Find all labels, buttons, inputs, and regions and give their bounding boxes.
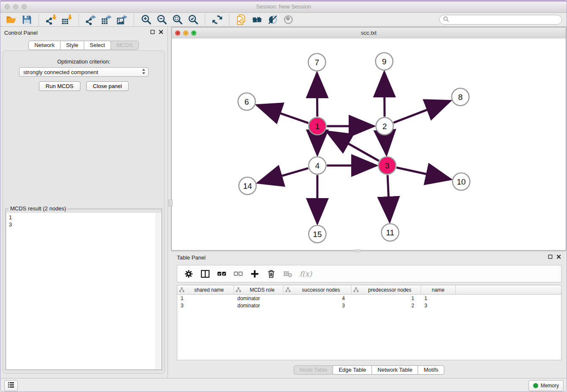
edge-3-10[interactable] [396, 168, 451, 179]
network-window-title: scc.txt [172, 30, 566, 36]
apply-layout-icon[interactable] [211, 14, 223, 26]
svg-text:1: 1 [315, 122, 320, 131]
edge-3-1[interactable] [327, 132, 379, 161]
svg-text:6: 6 [245, 97, 249, 106]
table-row-1[interactable]: 1dominator411 [177, 295, 561, 302]
column-header-filler [456, 285, 561, 294]
column-header-name[interactable]: name [421, 285, 456, 294]
table-toolbar: f(x) [177, 265, 561, 282]
column-header-shared-name[interactable]: shared name [177, 285, 234, 294]
close-panel-icon[interactable] [159, 30, 163, 34]
tab-node-table[interactable]: Node Table [294, 365, 333, 375]
import-table-icon[interactable] [61, 14, 73, 26]
svg-text:7: 7 [315, 58, 319, 67]
zoom-in-icon[interactable] [140, 14, 152, 26]
save-session-icon[interactable] [21, 14, 33, 26]
close-table-panel-icon[interactable] [556, 254, 561, 259]
network-window-titlebar[interactable]: × − + scc.txt [172, 28, 566, 39]
first-neighbors-icon[interactable] [251, 14, 263, 26]
search-field[interactable] [439, 15, 562, 25]
zoom-out-icon[interactable] [156, 14, 168, 26]
function-builder-icon: f(x) [300, 270, 312, 278]
node-8[interactable]: 8 [452, 88, 469, 106]
mcds-result-text[interactable]: 1 3 [6, 213, 161, 229]
node-6[interactable]: 6 [238, 93, 256, 110]
float-panel-icon[interactable] [150, 30, 155, 34]
optimization-select[interactable]: strongly connected component [19, 67, 149, 77]
export-table-icon[interactable] [100, 14, 113, 26]
cell-predecessor-nodes[interactable]: 1 [352, 295, 421, 301]
node-10[interactable]: 10 [453, 173, 470, 190]
node-9[interactable]: 9 [376, 53, 393, 70]
column-header-predecessor-nodes[interactable]: predecessor nodes [352, 285, 421, 294]
cell-MCDS-role[interactable]: dominator [234, 295, 284, 301]
run-mcds-button[interactable]: Run MCDS [39, 81, 80, 91]
node-15[interactable]: 15 [309, 226, 326, 243]
float-table-panel-icon[interactable] [548, 254, 553, 259]
main-toolbar [0, 13, 567, 27]
open-file-icon[interactable] [5, 14, 17, 26]
table-row-2[interactable]: 3dominator323 [177, 302, 561, 309]
tab-mcds[interactable]: MCDS [110, 41, 138, 50]
node-2[interactable]: 2 [376, 118, 394, 135]
tab-network-table[interactable]: Network Table [372, 365, 418, 375]
network-from-selection-icon[interactable] [235, 14, 248, 26]
import-network-icon[interactable] [45, 14, 57, 26]
edge-4-14[interactable] [258, 168, 308, 183]
edge-2-3[interactable] [385, 136, 386, 155]
edge-2-8[interactable] [394, 101, 450, 123]
cell-name[interactable]: 1 [421, 295, 456, 301]
tab-edge-table[interactable]: Edge Table [333, 365, 372, 375]
table-settings-icon[interactable] [184, 269, 193, 279]
close-panel-button[interactable]: Close panel [86, 81, 129, 91]
tab-select[interactable]: Select [84, 41, 111, 50]
edge-1-7[interactable] [317, 73, 317, 117]
network-canvas[interactable]: 7968124314101511 [172, 39, 566, 250]
cell-shared-name[interactable]: 1 [177, 295, 234, 301]
table-body: 1dominator4113dominator323 [177, 295, 561, 309]
vertical-splitter-handle[interactable] [168, 199, 173, 207]
cell-name[interactable]: 3 [421, 303, 456, 309]
export-network-icon[interactable] [85, 14, 97, 26]
tab-style[interactable]: Style [60, 41, 84, 50]
add-column-icon[interactable] [250, 269, 259, 279]
cell-MCDS-role[interactable]: dominator [234, 303, 284, 309]
node-7[interactable]: 7 [308, 54, 326, 71]
optimization-value: strongly connected component [23, 69, 141, 75]
memory-button[interactable]: Memory [528, 380, 564, 391]
delete-column-icon[interactable] [267, 269, 276, 279]
node-1[interactable]: 1 [309, 118, 326, 135]
edge-1-6[interactable] [257, 105, 308, 123]
select-all-icon[interactable] [217, 269, 226, 279]
node-14[interactable]: 14 [239, 177, 256, 195]
cell-shared-name[interactable]: 3 [177, 303, 234, 309]
zoom-fit-icon[interactable] [171, 14, 184, 26]
column-header-successor-nodes[interactable]: successor nodes [284, 285, 352, 294]
attribute-type-icon [236, 287, 241, 293]
main-titlebar: Session: New Session [0, 2, 567, 13]
node-3[interactable]: 3 [379, 157, 396, 174]
svg-text:9: 9 [382, 57, 387, 66]
tab-network[interactable]: Network [28, 41, 61, 50]
graphics-details-icon[interactable] [267, 14, 279, 26]
edge-2-9[interactable] [384, 72, 385, 117]
export-image-icon[interactable] [116, 14, 128, 26]
table-header-row: shared nameMCDS rolesuccessor nodesprede… [177, 285, 561, 295]
cell-successor-nodes[interactable]: 3 [284, 303, 352, 309]
deselect-all-icon[interactable] [234, 269, 243, 279]
result-scrollbar[interactable] [156, 213, 161, 369]
tab-motifs[interactable]: Motifs [418, 365, 444, 375]
toolbar-separator [205, 14, 206, 25]
search-input[interactable] [451, 17, 561, 23]
node-11[interactable]: 11 [382, 224, 399, 241]
split-view-icon[interactable] [201, 269, 210, 279]
node-4[interactable]: 4 [309, 157, 326, 174]
column-header-MCDS-role[interactable]: MCDS role [234, 285, 284, 294]
cell-successor-nodes[interactable]: 4 [284, 295, 352, 301]
cell-predecessor-nodes[interactable]: 2 [352, 303, 421, 309]
horizontal-splitter-handle[interactable] [355, 249, 361, 252]
edge-3-11[interactable] [388, 175, 390, 222]
task-monitor-button[interactable] [4, 380, 18, 391]
zoom-selected-icon[interactable] [187, 14, 199, 26]
attribute-type-icon [285, 287, 291, 293]
